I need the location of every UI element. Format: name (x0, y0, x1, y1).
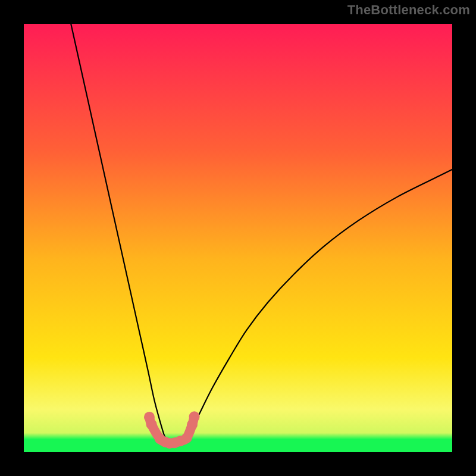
bottleneck-curve (71, 24, 452, 444)
plot-area (24, 24, 452, 452)
curve-overlay (24, 24, 452, 452)
attribution-watermark: TheBottleneck.com (347, 2, 470, 18)
marker-connector (149, 416, 195, 443)
chart-frame: TheBottleneck.com (0, 0, 476, 476)
